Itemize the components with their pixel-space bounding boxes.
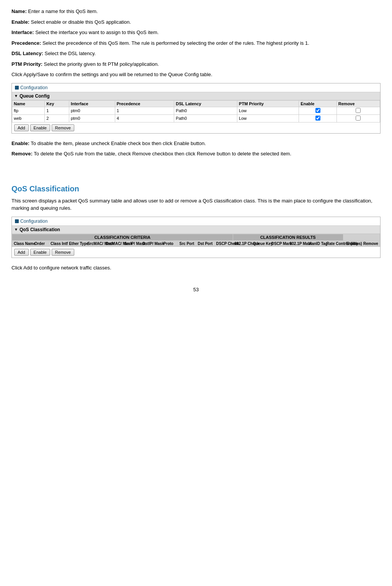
qos-classification-title: QoS Classification [11,184,381,193]
col-dst-mac: DstMAC/ Mask [104,240,122,246]
qos-section-label-text: QoS Classification [20,227,60,232]
interface-label: Interface: [11,29,34,35]
row2-precedence: 4 [115,114,174,122]
col-class-intf: Class Intf [49,240,67,246]
interface-text: Select the interface you want to assign … [34,29,159,35]
enable-desc-text: To disable the item, please uncheck Enab… [29,140,206,146]
section-arrow: ▼ [14,94,18,98]
name-label: Name: [11,8,27,14]
qos-enable-button[interactable]: Enable [30,249,50,256]
dsl-text: Select the DSL latency. [43,51,96,56]
ptm-text: Select the priority given to fit PTM pol… [42,61,159,67]
queue-add-button[interactable]: Add [14,124,29,131]
qos-criteria-header-row: CLASSIFICATION CRITERIA CLASSIFICATION R… [12,234,380,240]
precedence-text: Select the precedence of this QoS item. … [41,40,309,46]
row1-dsl: Path0 [174,107,237,114]
dsl-label: DSL Latency: [11,51,43,56]
name-para: Name: Enter a name for this QoS item. [11,8,381,15]
row1-remove-cell[interactable] [336,107,380,114]
col-enable: Enable [299,100,336,107]
page-number: 53 [11,287,381,292]
qos-add-button[interactable]: Add [14,249,29,256]
col-src-mac: SrcMAC/ Mask [86,240,104,246]
col-dst-ip: DstIP/ Mask [141,240,159,246]
qos-config-header-label: Configuration [20,219,47,224]
col-dscp-mark: DSCP Mark [270,240,288,246]
col-ptm-priority: PTM Priority [237,100,299,107]
row2-interface: ptm0 [69,114,115,122]
apply-para: Click Apply/Save to confirm the settings… [11,71,381,78]
col-dsl-latency: DSL Latency [174,100,237,107]
col-precedence: Precedence [115,100,174,107]
config-header-icon [15,86,19,90]
remove-label: Remove: [11,151,33,157]
config-header-label: Configuration [20,85,47,90]
col-interface: Interface [69,100,115,107]
click-add-para: Click Add to configure network traffic c… [11,264,381,272]
col-name: Name [12,100,45,107]
col-dscp-check: DSCP Check [214,240,233,246]
enable-label: Enable: [11,19,29,25]
remove-para: Remove: To delete the QoS rule from the … [11,150,381,158]
col-src-ip: SrcIP/ Mask [122,240,141,246]
col-rate-control: Rate Control (kbps) [325,240,343,246]
col-src-port: Src Port [178,240,196,246]
criteria-header: CLASSIFICATION CRITERIA [12,234,233,240]
qos-classification-box: Configuration ▼ QoS Classification CLASS… [11,217,381,258]
col-vlanid-tag: VlanID Tag [306,240,325,246]
enable-desc-para: Enable: To disable the item, please unch… [11,140,381,147]
config-header-1: Configuration [12,83,380,92]
queue-btn-row: Add Enable Remove [12,122,380,133]
row1-remove-checkbox[interactable] [356,108,361,113]
qos-remove-button[interactable]: Remove [52,249,74,256]
click-add-text: Click Add to configure network traffic c… [11,265,111,271]
queue-table-header-row: Name Key Interface Precedence DSL Latenc… [12,100,380,107]
row2-ptm: Low [237,114,299,122]
row1-interface: ptm0 [69,107,115,114]
apply-text: Click Apply/Save to confirm the settings… [11,72,212,77]
row2-dsl: Path0 [174,114,237,122]
queue-config-label: Queue Config [20,93,50,99]
remove-text: To delete the QoS rule from the table, c… [33,151,291,157]
row1-enable-cell[interactable] [299,107,336,114]
empty-header [343,234,380,240]
col-ether-type: Ether Type [67,240,86,246]
row2-key: 2 [45,114,69,122]
qos-classification-table: CLASSIFICATION CRITERIA CLASSIFICATION R… [12,234,380,247]
qos-class-text: This screen displays a packet QoS summar… [11,198,372,211]
queue-config-section-label: ▼ Queue Config [12,92,380,100]
col-remove: Remove [361,240,380,246]
row2-enable-cell[interactable] [299,114,336,122]
col-key: Key [45,100,69,107]
dsl-para: DSL Latency: Select the DSL latency. [11,50,381,57]
qos-section-arrow: ▼ [14,227,18,232]
row2-name: web [12,114,45,122]
queue-config-box: Configuration ▼ Queue Config Name Key In… [11,83,381,134]
enable-desc-label: Enable: [11,140,29,146]
col-remove: Remove [336,100,380,107]
qos-config-header: Configuration [12,217,380,226]
precedence-para: Precedence: Select the precedence of thi… [11,39,381,47]
col-class-name: Class Name [12,240,31,246]
col-8021p-check: 802.1P Check [233,240,251,246]
queue-remove-button[interactable]: Remove [52,124,74,131]
queue-enable-button[interactable]: Enable [30,124,50,131]
row1-ptm: Low [237,107,299,114]
qos-config-header-icon [15,219,19,223]
enable-text: Select enable or disable this QoS applic… [29,19,131,25]
row2-remove-checkbox[interactable] [356,116,361,121]
col-8021p-mark: 802.1P Mark [288,240,306,246]
col-dst-port: Dst Port [196,240,214,246]
row2-remove-cell[interactable] [336,114,380,122]
table-row: web 2 ptm0 4 Path0 Low [12,114,380,122]
name-text: Enter a name for this QoS item. [27,8,98,14]
col-queue-key: Queue Key [251,240,270,246]
row1-key: 1 [45,107,69,114]
queue-config-table: Name Key Interface Precedence DSL Latenc… [12,100,380,122]
row1-precedence: 1 [115,107,174,114]
precedence-label: Precedence: [11,40,41,46]
row2-enable-checkbox[interactable] [315,116,320,121]
table-row: ftp 1 ptm0 1 Path0 Low [12,107,380,114]
ptm-para: PTM Priority: Select the priority given … [11,60,381,68]
row1-enable-checkbox[interactable] [315,108,320,113]
